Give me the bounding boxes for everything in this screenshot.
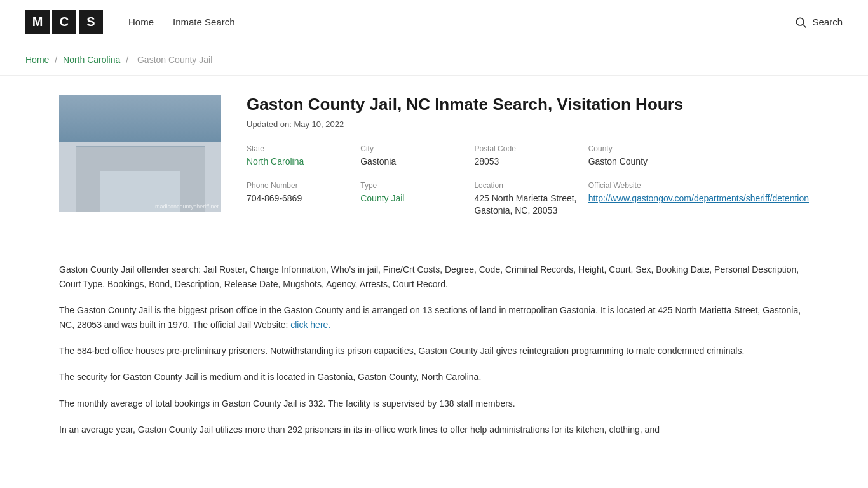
info-grid: State North Carolina City Gastonia Posta… <box>247 144 809 217</box>
info-county: County Gaston County <box>588 144 809 168</box>
city-value: Gastonia <box>360 156 468 168</box>
info-postal: Postal Code 28053 <box>474 144 581 168</box>
website-value[interactable]: http://www.gastongov.com/departments/she… <box>588 193 809 205</box>
main-content: madisoncountysheriff.net Gaston County J… <box>34 76 834 468</box>
facility-section: madisoncountysheriff.net Gaston County J… <box>59 95 809 217</box>
desc-para-6: In an average year, Gaston County Jail u… <box>59 423 809 437</box>
info-type: Type County Jail <box>360 181 468 217</box>
city-label: City <box>360 144 468 153</box>
header: M C S Home Inmate Search Search <box>0 0 868 44</box>
search-button[interactable]: Search <box>794 16 843 29</box>
desc-para-2: The Gaston County Jail is the biggest pr… <box>59 303 809 332</box>
postal-label: Postal Code <box>474 144 581 153</box>
logo: M C S <box>25 10 103 34</box>
breadcrumb-separator-2: / <box>126 55 131 65</box>
breadcrumb-home[interactable]: Home <box>25 55 49 65</box>
facility-info: Gaston County Jail, NC Inmate Search, Vi… <box>247 95 809 217</box>
logo-c: C <box>52 10 76 34</box>
desc-para-5: The monthly average of total bookings in… <box>59 396 809 411</box>
breadcrumb-state[interactable]: North Carolina <box>63 55 120 65</box>
image-watermark: madisoncountysheriff.net <box>155 203 219 210</box>
facility-title: Gaston County Jail, NC Inmate Search, Vi… <box>247 95 809 114</box>
building-illustration <box>59 95 221 212</box>
breadcrumb-current: Gaston County Jail <box>137 55 212 65</box>
breadcrumb-separator-1: / <box>55 55 60 65</box>
location-value: 425 North Marietta Street, Gastonia, NC,… <box>474 193 581 217</box>
info-state: State North Carolina <box>247 144 354 168</box>
location-label: Location <box>474 181 581 190</box>
desc-para-2-link[interactable]: click here. <box>290 320 330 330</box>
logo-s: S <box>79 10 103 34</box>
desc-para-2-prefix: The Gaston County Jail is the biggest pr… <box>59 305 801 330</box>
type-value[interactable]: County Jail <box>360 193 468 205</box>
website-label: Official Website <box>588 181 809 190</box>
facility-image: madisoncountysheriff.net <box>59 95 221 212</box>
info-phone: Phone Number 704-869-6869 <box>247 181 354 217</box>
logo-m: M <box>25 10 50 34</box>
updated-date: Updated on: May 10, 2022 <box>247 119 809 129</box>
county-value: Gaston County <box>588 156 809 168</box>
svg-line-1 <box>803 24 806 27</box>
type-label: Type <box>360 181 468 190</box>
state-label: State <box>247 144 354 153</box>
main-nav: Home Inmate Search <box>128 17 794 27</box>
desc-para-4: The security for Gaston County Jail is m… <box>59 370 809 384</box>
info-city: City Gastonia <box>360 144 468 168</box>
desc-para-3: The 584-bed office houses pre-preliminar… <box>59 344 809 358</box>
nav-home[interactable]: Home <box>128 17 154 27</box>
phone-label: Phone Number <box>247 181 354 190</box>
county-label: County <box>588 144 809 153</box>
search-icon <box>794 16 807 29</box>
nav-inmate-search[interactable]: Inmate Search <box>173 17 235 27</box>
breadcrumb: Home / North Carolina / Gaston County Ja… <box>0 44 868 76</box>
info-location: Location 425 North Marietta Street, Gast… <box>474 181 581 217</box>
postal-value: 28053 <box>474 156 581 168</box>
info-website: Official Website http://www.gastongov.co… <box>588 181 809 217</box>
desc-para-1: Gaston County Jail offender search: Jail… <box>59 262 809 292</box>
svg-point-0 <box>797 18 804 25</box>
search-label: Search <box>812 17 843 27</box>
description-section: Gaston County Jail offender search: Jail… <box>59 243 809 437</box>
phone-value: 704-869-6869 <box>247 193 354 205</box>
state-value[interactable]: North Carolina <box>247 156 354 168</box>
